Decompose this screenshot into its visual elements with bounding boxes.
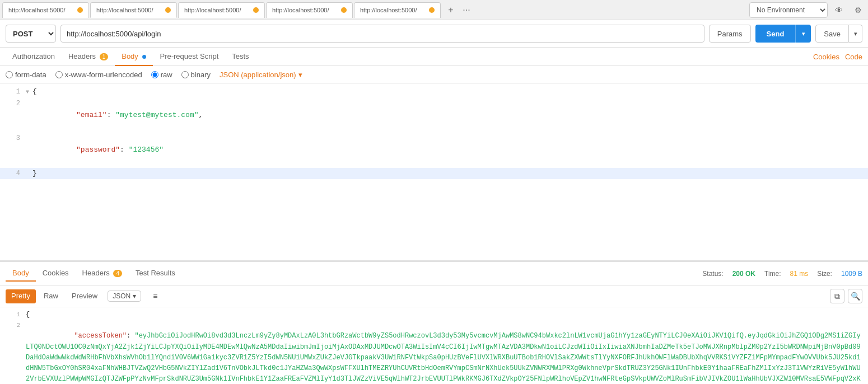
browser-tab-2[interactable]: http://localhost:5000/ bbox=[90, 2, 177, 18]
chevron-down-icon-format: ▾ bbox=[133, 292, 136, 300]
tab-bar-actions: + ··· bbox=[444, 3, 473, 17]
save-dropdown-button[interactable]: ▾ bbox=[849, 25, 862, 43]
body-type-raw[interactable]: raw bbox=[151, 71, 172, 79]
res-tab-body[interactable]: Body bbox=[6, 265, 36, 282]
tab-url-1: http://localhost:5000/ bbox=[8, 7, 74, 13]
request-bar: POST GET PUT DELETE Params Send ▾ Save ▾ bbox=[0, 20, 868, 48]
tab-prerequest[interactable]: Pre-request Script bbox=[153, 48, 225, 66]
editor-line-1: 1 ▼ { bbox=[0, 86, 868, 98]
res-tab-cookies[interactable]: Cookies bbox=[36, 265, 76, 282]
response-section: Body Cookies Headers 4 Test Results Stat… bbox=[0, 261, 868, 384]
save-btn-group: Save ▾ bbox=[815, 25, 862, 43]
size-label: Size: bbox=[817, 270, 832, 278]
tab-dot-5 bbox=[429, 7, 435, 13]
wrap-icon: ≡ bbox=[153, 292, 157, 301]
response-status-bar: Status: 200 OK Time: 81 ms Size: 1009 B bbox=[702, 270, 862, 278]
editor-line-3: 3 "password": "123456" bbox=[0, 133, 868, 167]
settings-icon-button[interactable]: ⚙ bbox=[850, 2, 866, 18]
status-value: 200 OK bbox=[732, 270, 755, 278]
chevron-down-icon-save: ▾ bbox=[854, 30, 857, 38]
tab-url-3: http://localhost:5000/ bbox=[184, 7, 250, 13]
size-value: 1009 B bbox=[841, 270, 862, 278]
save-button[interactable]: Save bbox=[815, 25, 849, 43]
response-content: 1 { 2 "accessToken": "eyJhbGciOiJodHRwOi… bbox=[0, 307, 868, 384]
tab-body[interactable]: Body bbox=[115, 48, 153, 66]
body-type-form-data[interactable]: form-data bbox=[6, 71, 46, 79]
wrap-lines-button[interactable]: ≡ bbox=[148, 289, 162, 303]
tab-dot-3 bbox=[253, 7, 259, 13]
status-label: Status: bbox=[702, 270, 723, 278]
eye-icon: 👁 bbox=[835, 6, 843, 15]
chevron-down-icon: ▾ bbox=[802, 30, 805, 38]
tab-actions: Cookies Code bbox=[813, 53, 862, 61]
res-line-2: 2 "accessToken": "eyJhbGciOiJodHRwOi8vd3… bbox=[0, 320, 868, 384]
eye-icon-button[interactable]: 👁 bbox=[831, 2, 847, 18]
time-label: Time: bbox=[764, 270, 781, 278]
tab-headers[interactable]: Headers 1 bbox=[62, 48, 115, 66]
response-view-bar: Pretty Raw Preview JSON ▾ ≡ ⧉ 🔍 bbox=[0, 285, 868, 307]
browser-tab-3[interactable]: http://localhost:5000/ bbox=[178, 2, 265, 18]
browser-tab-1[interactable]: http://localhost:5000/ bbox=[2, 2, 89, 18]
browser-tab-4[interactable]: http://localhost:5000/ bbox=[266, 2, 353, 18]
body-dot bbox=[142, 55, 146, 59]
chevron-down-icon-json: ▾ bbox=[298, 71, 302, 79]
tab-tests[interactable]: Tests bbox=[225, 48, 255, 66]
json-format-button[interactable]: JSON (application/json) ▾ bbox=[220, 71, 302, 79]
res-view-pretty[interactable]: Pretty bbox=[6, 289, 36, 303]
editor-line-4: 4 } bbox=[0, 168, 868, 180]
more-tabs-button[interactable]: ··· bbox=[460, 3, 473, 17]
request-editor[interactable]: 1 ▼ { 2 "email": "mytest@mytest.com", 3 … bbox=[0, 84, 868, 261]
time-value: 81 ms bbox=[790, 270, 809, 278]
copy-icon: ⧉ bbox=[834, 292, 840, 301]
response-tabs: Body Cookies Headers 4 Test Results bbox=[6, 265, 182, 282]
params-button[interactable]: Params bbox=[709, 25, 751, 43]
tab-authorization[interactable]: Authorization bbox=[6, 48, 62, 66]
headers-badge: 1 bbox=[100, 53, 109, 60]
search-icon: 🔍 bbox=[851, 292, 860, 301]
environment-dropdown[interactable]: No Environment bbox=[749, 2, 828, 18]
send-dropdown-button[interactable]: ▾ bbox=[795, 25, 811, 43]
tab-dot-2 bbox=[165, 7, 171, 13]
search-response-button[interactable]: 🔍 bbox=[848, 289, 862, 303]
method-select[interactable]: POST GET PUT DELETE bbox=[6, 25, 56, 43]
copy-response-button[interactable]: ⧉ bbox=[830, 289, 844, 303]
url-input[interactable] bbox=[60, 25, 704, 43]
code-link[interactable]: Code bbox=[845, 53, 862, 61]
body-type-bar: form-data x-www-form-urlencoded raw bina… bbox=[0, 66, 868, 84]
res-format-dropdown[interactable]: JSON ▾ bbox=[108, 291, 141, 302]
send-btn-group: Send ▾ bbox=[755, 25, 811, 43]
cookies-link[interactable]: Cookies bbox=[813, 53, 839, 61]
res-tab-test-results[interactable]: Test Results bbox=[129, 265, 182, 282]
response-action-buttons: ⧉ 🔍 bbox=[830, 289, 862, 303]
tab-url-4: http://localhost:5000/ bbox=[272, 7, 338, 13]
send-button[interactable]: Send bbox=[755, 25, 796, 43]
env-selector: No Environment 👁 ⚙ bbox=[749, 2, 866, 18]
browser-tab-5[interactable]: http://localhost:5000/ bbox=[354, 2, 441, 18]
res-view-preview[interactable]: Preview bbox=[66, 289, 103, 303]
body-type-binary[interactable]: binary bbox=[181, 71, 211, 79]
tab-dot-4 bbox=[341, 7, 347, 13]
body-type-urlencoded[interactable]: x-www-form-urlencoded bbox=[55, 71, 142, 79]
tab-bar: http://localhost:5000/ http://localhost:… bbox=[0, 0, 868, 20]
gear-icon: ⚙ bbox=[855, 6, 862, 15]
tab-url-5: http://localhost:5000/ bbox=[360, 7, 426, 13]
res-headers-badge: 4 bbox=[113, 270, 122, 277]
editor-line-2: 2 "email": "mytest@mytest.com", bbox=[0, 98, 868, 133]
res-line-1: 1 { bbox=[0, 310, 868, 320]
tab-url-2: http://localhost:5000/ bbox=[96, 7, 162, 13]
response-header: Body Cookies Headers 4 Test Results Stat… bbox=[0, 262, 868, 285]
res-tab-headers[interactable]: Headers 4 bbox=[76, 265, 129, 282]
add-tab-button[interactable]: + bbox=[444, 3, 458, 17]
request-tabs: Authorization Headers 1 Body Pre-request… bbox=[0, 48, 868, 66]
tab-dot-1 bbox=[77, 7, 83, 13]
res-view-raw[interactable]: Raw bbox=[38, 289, 64, 303]
